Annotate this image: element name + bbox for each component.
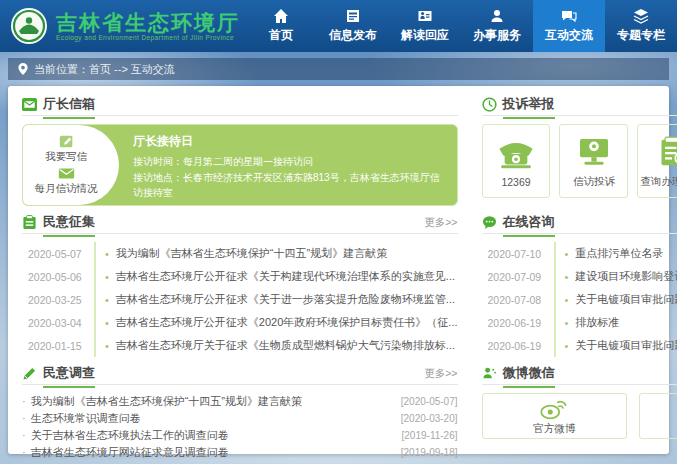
weibo-icon (539, 397, 569, 421)
news-icon (345, 8, 361, 24)
home-icon (273, 8, 289, 24)
item-title: 关于电镀项目审批问题 (554, 288, 677, 311)
list-item[interactable]: 吉林省生态环境厅网站征求意见调查问卷 [2019-09-18] (22, 444, 458, 461)
list-item[interactable]: 生态环境常识调查问卷 [2020-03-20] (22, 410, 458, 427)
item-title: 吉林省生态环境厅网站征求意见调查问卷 (22, 445, 393, 460)
petition-complaint-card[interactable]: 信访投诉 (559, 124, 628, 198)
item-date: 2020-07-10 (482, 242, 554, 265)
official-weibo-card[interactable]: 官方微博 (482, 393, 627, 439)
item-date: 2020-03-25 (22, 288, 94, 311)
nav-label: 信息发布 (329, 27, 377, 44)
item-date: [2019-11-26] (402, 430, 458, 441)
section-title: 民意征集 (43, 213, 95, 236)
section-social-media: 微博微信 官方微博 (482, 363, 677, 461)
nav-item-services[interactable]: 办事服务 (461, 0, 533, 52)
more-link[interactable]: 更多>> (424, 367, 457, 381)
nav-item-interaction[interactable]: 互动交流 (533, 0, 605, 52)
item-date: 2020-07-09 (482, 265, 554, 288)
site-brand[interactable]: 吉林省生态环境厅 Ecology and Environment Departm… (10, 0, 245, 52)
list-item[interactable]: 2020-01-15 吉林省生态环境厅关于征求《生物质成型燃料锅炉大气污染物排放… (22, 334, 458, 357)
card-label: 查询办理进度 (640, 175, 677, 189)
list-item[interactable]: 2020-07-08 关于电镀项目审批问题 (482, 288, 677, 311)
hotline-12369-card[interactable]: 12369 (482, 124, 551, 198)
list-item[interactable]: 我为编制《吉林省生态环境保护“十四五”规划》建言献策 [2020-05-07] (22, 393, 458, 410)
idcard-icon (417, 8, 433, 24)
breadcrumb-text[interactable]: 当前位置：首页 --> 互动交流 (34, 62, 175, 77)
item-title: 我为编制《吉林省生态环境保护“十四五”规划》建言献策 (94, 242, 458, 265)
item-title: 吉林省生态环境厅公开征求《关于构建现代环境治理体系的实施意见... (94, 265, 458, 288)
layers-icon (633, 8, 649, 24)
location-pin-icon (18, 63, 28, 75)
social-cards: 官方微博 官方微信 (482, 393, 677, 439)
list-item[interactable]: 2020-03-04 吉林省生态环境厅公开征求《2020年政府环境保护目标责任书… (22, 311, 458, 334)
list-item[interactable]: 2020-05-07 我为编制《吉林省生态环境保护“十四五”规划》建言献策 (22, 242, 458, 265)
item-title: 吉林省生态环境厅公开征求《关于进一步落实提升危险废物环境监管... (94, 288, 458, 311)
site-title: 吉林省生态环境厅 (56, 11, 240, 34)
online-consult-list: 2020-07-10 重点排污单位名录 2020-07-09 建设项目环境影响登… (482, 242, 677, 357)
envelope-icon (58, 166, 75, 181)
reception-time: 接访时间：每月第二周的星期一接待访问 (133, 154, 447, 170)
list-item[interactable]: 2020-07-09 建设项目环境影响登记表备案系统无法打开 (482, 265, 677, 288)
item-title: 吉林省生态环境厅关于征求《生物质成型燃料锅炉大气污染物排放标... (94, 334, 458, 357)
clipboard-icon (22, 215, 37, 230)
chat-bubble-icon (482, 215, 497, 230)
clock-icon (482, 97, 497, 112)
item-title: 建设项目环境影响登记表备案系统无法打开 (554, 265, 677, 288)
social-person-icon (482, 366, 497, 381)
person-icon (489, 8, 505, 24)
section-title: 微博微信 (503, 364, 555, 387)
section-header: 民意征集 更多>> (22, 212, 458, 234)
item-date: 2020-01-15 (22, 334, 94, 357)
item-date: 2020-03-04 (22, 311, 94, 334)
monitor-icon (573, 134, 615, 170)
write-letter-icon (58, 134, 75, 149)
section-header: 厅长信箱 (22, 94, 458, 116)
write-letter-button[interactable]: 我要写信 (45, 134, 87, 164)
item-date: 2020-05-06 (22, 265, 94, 288)
list-item[interactable]: 2020-06-19 排放标准 (482, 311, 677, 334)
pencil-icon (22, 366, 37, 381)
list-item[interactable]: 2020-05-06 吉林省生态环境厅公开征求《关于构建现代环境治理体系的实施意… (22, 265, 458, 288)
director-reception-card: 我要写信 每月信访情况 厅长接待日 接访时间：每月第二周的星期一接待访问 接访地… (22, 124, 458, 206)
check-progress-card[interactable]: 查询办理进度 (637, 124, 677, 198)
section-online-consult: 在线咨询 我要咨询 2020-07-10 重点排污单位名录 2020-07-09… (482, 212, 677, 357)
list-item[interactable]: 2020-06-19 关于电镀项目审批问题 (482, 334, 677, 357)
item-date: [2020-03-20] (401, 413, 458, 424)
opinion-collect-list: 2020-05-07 我为编制《吉林省生态环境保护“十四五”规划》建言献策 20… (22, 242, 458, 357)
breadcrumb: 当前位置：首页 --> 互动交流 (8, 58, 669, 80)
reception-title: 厅长接待日 (133, 133, 447, 150)
nav-item-interpret[interactable]: 解读回应 (389, 0, 461, 52)
survey-list: 我为编制《吉林省生态环境保护“十四五”规划》建言献策 [2020-05-07] … (22, 393, 458, 461)
item-title: 关于电镀项目审批问题 (554, 334, 677, 357)
item-title: 吉林省生态环境厅公开征求《2020年政府环境保护目标责任书》（征... (94, 311, 458, 334)
chat-icon (561, 8, 577, 24)
section-header: 微博微信 (482, 363, 677, 385)
item-date: 2020-07-08 (482, 288, 554, 311)
section-title: 厅长信箱 (43, 95, 95, 118)
item-title: 关于吉林省生态环境执法工作的调查问卷 (22, 428, 394, 443)
progress-search-icon (651, 134, 677, 170)
content-panel: 厅长信箱 我要写信 每月信访情况 厅长接待日 接访时间：每月第二周的星期一接待访… (8, 86, 669, 454)
nav-item-news[interactable]: 信息发布 (317, 0, 389, 52)
list-item[interactable]: 2020-03-25 吉林省生态环境厅公开征求《关于进一步落实提升危险废物环境监… (22, 288, 458, 311)
section-header: 民意调查 更多>> (22, 363, 458, 385)
item-date: 2020-06-19 (482, 334, 554, 357)
monthly-petition-button[interactable]: 每月信访情况 (35, 166, 98, 196)
section-survey: 民意调查 更多>> 我为编制《吉林省生态环境保护“十四五”规划》建言献策 [20… (22, 363, 458, 461)
site-subtitle: Ecology and Environment Department of Ji… (56, 34, 240, 41)
section-header: 在线咨询 我要咨询 (482, 212, 677, 234)
nav-item-topics[interactable]: 专题专栏 (605, 0, 677, 52)
section-header: 投诉举报 (482, 94, 677, 116)
nav-item-home[interactable]: 首页 (245, 0, 317, 52)
item-title: 我为编制《吉林省生态环境保护“十四五”规划》建言献策 (22, 394, 393, 409)
official-wechat-card[interactable]: 官方微信 (639, 393, 677, 439)
more-link[interactable]: 更多>> (424, 216, 457, 230)
item-title: 重点排污单位名录 (554, 242, 677, 265)
section-title: 投诉举报 (503, 95, 555, 118)
section-title: 民意调查 (43, 364, 95, 387)
item-title: 生态环境常识调查问卷 (22, 411, 393, 426)
list-item[interactable]: 关于吉林省生态环境执法工作的调查问卷 [2019-11-26] (22, 427, 458, 444)
section-title: 在线咨询 (503, 213, 555, 236)
list-item[interactable]: 2020-07-10 重点排污单位名录 (482, 242, 677, 265)
reception-info: 厅长接待日 接访时间：每月第二周的星期一接待访问 接访地点：长春市经济技术开发区… (119, 125, 457, 205)
